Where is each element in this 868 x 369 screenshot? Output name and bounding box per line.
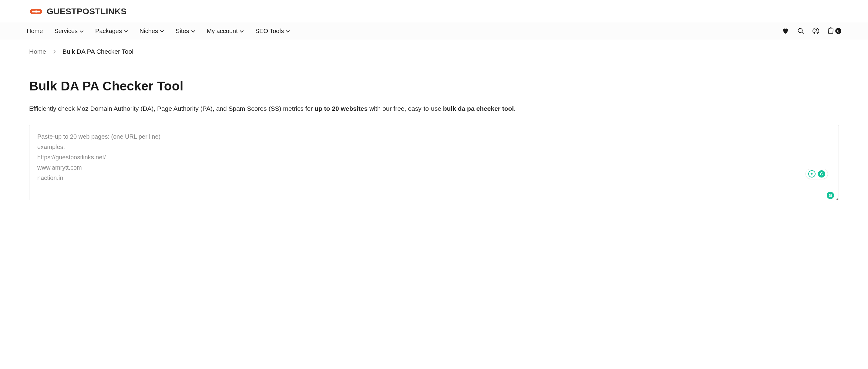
nav-label: Niches (140, 28, 158, 35)
cart-button[interactable]: 0 (827, 27, 841, 35)
intro-segment: . (514, 105, 516, 112)
nav-label: Home (27, 28, 43, 35)
grammarly-corner-icon[interactable]: G (827, 192, 834, 199)
page-title: Bulk DA PA Checker Tool (29, 79, 839, 93)
nav-label: Sites (176, 28, 189, 35)
chevron-down-icon (80, 28, 84, 35)
nav-home[interactable]: Home (27, 28, 43, 35)
chevron-down-icon (191, 28, 195, 35)
brand-name: GUESTPOSTLINKS (47, 7, 127, 17)
nav-packages[interactable]: Packages (95, 27, 128, 35)
nav-label: Services (54, 28, 78, 35)
wishlist-heart-icon[interactable] (782, 27, 789, 35)
chevron-right-icon (53, 48, 56, 55)
nav-my-account[interactable]: My account (207, 27, 244, 35)
nav-label: SEO Tools (255, 28, 284, 35)
svg-point-3 (815, 29, 817, 31)
nav-sites[interactable]: Sites (176, 27, 195, 35)
intro-segment: Efficiently check Moz Domain Authority (… (29, 105, 314, 112)
brand-logo[interactable]: GUESTPOSTLINKS (29, 7, 127, 17)
grammarly-suggestion-icon: ✦ (808, 170, 815, 177)
nav-label: My account (207, 28, 238, 35)
link-chain-icon (29, 7, 43, 16)
intro-text: Efficiently check Moz Domain Authority (… (29, 103, 839, 114)
account-icon[interactable] (812, 27, 819, 35)
chevron-down-icon (124, 28, 128, 35)
grammarly-badge-icon: G (818, 170, 825, 177)
intro-segment: with our free, easy-to-use (368, 105, 443, 112)
intro-bold: bulk da pa checker tool (443, 105, 514, 112)
breadcrumb-home[interactable]: Home (29, 48, 46, 55)
main-nav: Home Services Packages Niches Sites (0, 22, 868, 40)
nav-niches[interactable]: Niches (140, 27, 164, 35)
grammarly-widget[interactable]: ✦ G (806, 169, 828, 179)
svg-line-1 (802, 32, 803, 34)
breadcrumb-current: Bulk DA PA Checker Tool (62, 48, 133, 55)
intro-bold: up to 20 websites (314, 105, 368, 112)
nav-seo-tools[interactable]: SEO Tools (255, 27, 290, 35)
shopping-bag-icon (827, 27, 834, 35)
nav-services[interactable]: Services (54, 27, 84, 35)
chevron-down-icon (240, 28, 244, 35)
nav-label: Packages (95, 28, 122, 35)
chevron-down-icon (286, 28, 290, 35)
search-icon[interactable] (797, 27, 804, 35)
chevron-down-icon (160, 28, 164, 35)
cart-count-badge: 0 (835, 28, 841, 34)
url-input-textarea[interactable] (29, 125, 839, 200)
breadcrumb: Home Bulk DA PA Checker Tool (0, 40, 868, 55)
